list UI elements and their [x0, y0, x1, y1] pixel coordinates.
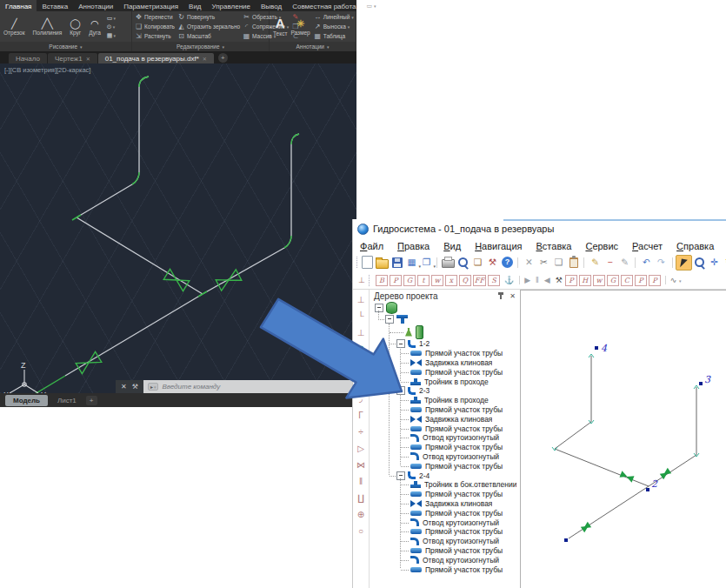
palette-tool-icon[interactable]: ⊕ [357, 508, 364, 521]
ribbon-style-dropdown[interactable]: ▭ ▾ [366, 0, 376, 11]
refresh-icon[interactable]: ↻ ▾ [722, 256, 726, 270]
run-control-icon[interactable]: ‖ [536, 276, 539, 284]
close-icon[interactable]: ✕ [510, 292, 516, 300]
new-drawing-button[interactable]: + [218, 53, 228, 63]
palette-tool-icon[interactable]: ◞ [359, 392, 363, 405]
edit-tool-button[interactable]: ⇲ Растянуть [135, 32, 175, 40]
letter-toggle-button[interactable]: w [431, 275, 443, 286]
tree-item[interactable]: Задвижка клиновая [370, 414, 520, 424]
tree-item[interactable]: Прямой участок трубы [370, 443, 520, 452]
ribbon-tab[interactable]: Аннотации [73, 0, 118, 11]
tree-item[interactable]: Отвод крутоизогнутый [370, 537, 520, 546]
edit-tool-button[interactable]: ⊡ Масштаб [177, 32, 240, 40]
text-tool-button[interactable]: А Текст [273, 17, 287, 37]
draw-tool-button[interactable]: ◯ Круг [70, 18, 81, 36]
edit-tool-button[interactable]: ↻ Повернуть [177, 13, 240, 21]
ribbon-tab[interactable]: Главная [0, 0, 37, 11]
annotation-tool-button[interactable]: ↔ Линейный ▾ [314, 13, 354, 21]
run-control-icon[interactable]: ◀ [544, 276, 550, 284]
expander-icon[interactable] [396, 339, 405, 348]
palette-tool-icon[interactable]: ▮ [358, 359, 363, 372]
draw-extra-button[interactable]: ⊙ ▾ [107, 23, 116, 30]
edit-tool-button[interactable]: ✥ Перенести [135, 13, 175, 21]
menu-item[interactable]: Навигация [468, 240, 529, 252]
tree-group[interactable]: 2-4 [370, 471, 520, 480]
letter-toggle-button[interactable]: P [565, 275, 577, 286]
copy-icon[interactable]: ❏ [551, 256, 566, 270]
tree-item[interactable]: Прямой участок трубы [370, 546, 520, 556]
tree-item[interactable]: Отвод крутоизогнутый [370, 433, 520, 443]
tree-item[interactable]: Прямой участок трубы [370, 461, 520, 471]
draw-tool-button[interactable]: ╱╲ Полилиния [33, 18, 63, 36]
remove-segment-icon[interactable]: − [603, 256, 617, 270]
help-icon[interactable]: ? [500, 256, 515, 270]
ucs-icon[interactable] [10, 370, 38, 393]
command-prompt-icon[interactable]: ▸▾ [148, 383, 159, 391]
draw-tool-button[interactable]: ◠ Дуга [89, 18, 101, 36]
ribbon-tab[interactable]: Совместная работа [287, 0, 361, 11]
file-tab[interactable]: Начало [9, 53, 47, 63]
draw-extra-button[interactable]: ▭ ▾ [107, 15, 116, 22]
command-line[interactable]: ✕⚒ ▸▾ Введите команду [116, 380, 356, 393]
new-file-icon[interactable] [360, 256, 375, 270]
annotation-tool-button[interactable]: ↗ Выноска ▾ [314, 23, 354, 30]
command-input[interactable]: ▸▾ Введите команду [143, 380, 356, 393]
palette-tool-icon[interactable]: ∐ [357, 491, 364, 504]
letter-toggle-button[interactable]: C [621, 275, 633, 286]
letter-toggle-button[interactable]: x [445, 275, 457, 286]
ribbon-tab[interactable]: Вставка [37, 0, 73, 11]
expander-icon[interactable] [375, 304, 383, 312]
delete-icon[interactable]: ✕ [522, 256, 536, 270]
file-tab[interactable]: Чертеж1 ✕ [48, 53, 97, 63]
letter-toggle-button[interactable]: P [649, 275, 661, 286]
tree-item[interactable]: Прямой участок трубы [370, 405, 520, 415]
tree-item[interactable]: Прямой участок трубы [370, 490, 520, 499]
tree-item[interactable]: Задвижка клиновая [370, 358, 520, 368]
pen-add-icon[interactable]: ✎ [588, 256, 603, 270]
title-bar[interactable]: Гидросистема - 01_подача в резервуары [353, 219, 726, 238]
tree-item[interactable]: Прямой участок трубы [370, 508, 520, 518]
tree-item[interactable]: Тройник в проходе [370, 396, 520, 405]
palette-tool-icon[interactable]: ⊥ [357, 326, 365, 339]
ribbon-tab[interactable]: Параметризация [118, 0, 183, 11]
pen-gray-icon[interactable]: ✎ [617, 256, 632, 270]
run-control-icon[interactable]: ▶ [524, 276, 530, 284]
draw-extra-button[interactable]: ▦ ▾ [107, 32, 116, 39]
scheme-view[interactable]: 4 3 2 [521, 290, 726, 588]
expander-icon[interactable] [396, 386, 405, 395]
menu-item[interactable]: Вставка [530, 240, 579, 252]
run-control-icon[interactable]: ⚒ [556, 276, 563, 284]
tree-item[interactable]: Отвод крутоизогнутый [370, 518, 520, 527]
select-cursor-icon[interactable] [676, 255, 692, 271]
cut-icon[interactable]: ✂ [536, 256, 551, 270]
palette-tool-icon[interactable]: ⚗ [357, 343, 365, 356]
expander-icon[interactable] [385, 315, 394, 324]
letter-toggle-button[interactable]: P [635, 275, 647, 286]
copy-drawing-icon[interactable]: ❏ [470, 256, 485, 270]
ribbon-tab[interactable]: Управление [207, 0, 256, 11]
letter-toggle-button[interactable]: w [593, 275, 605, 286]
tree-item[interactable]: Прямой участок трубы [370, 565, 520, 574]
run-control-icon[interactable]: ⚓ [504, 276, 514, 284]
palette-tool-icon[interactable]: Г [358, 409, 363, 422]
tree-item[interactable]: Отвод крутоизогнутый [370, 555, 520, 565]
layout-tab[interactable]: Модель [5, 395, 48, 406]
close-icon[interactable]: ✕ [86, 56, 90, 62]
model-space-viewport[interactable]: [-][СВ изометрия][2D-каркас] [0, 63, 356, 393]
letter-toggle-button[interactable]: G [607, 275, 619, 286]
toolbar-gripper[interactable] [356, 257, 357, 268]
tools-icon[interactable]: ⚒ [485, 256, 500, 270]
letter-toggle-button[interactable]: FF [473, 275, 486, 286]
pin-icon[interactable] [500, 293, 502, 299]
menu-item[interactable]: Правка [390, 240, 436, 252]
palette-tool-icon[interactable]: ○ [358, 525, 363, 538]
menu-item[interactable]: Сервис [578, 240, 625, 252]
tree-item[interactable]: Прямой участок трубы [370, 349, 520, 358]
layout-tab[interactable]: + [86, 396, 97, 405]
command-bar-icon[interactable]: ✕ [121, 383, 127, 391]
print-preview-icon[interactable] [456, 256, 470, 270]
print-icon[interactable] [441, 256, 456, 270]
ribbon-tab[interactable]: Вид [183, 0, 206, 11]
draw-panel-label[interactable]: Рисование▾ [0, 42, 132, 51]
table-icon[interactable]: ▦ ▾ [404, 256, 419, 270]
